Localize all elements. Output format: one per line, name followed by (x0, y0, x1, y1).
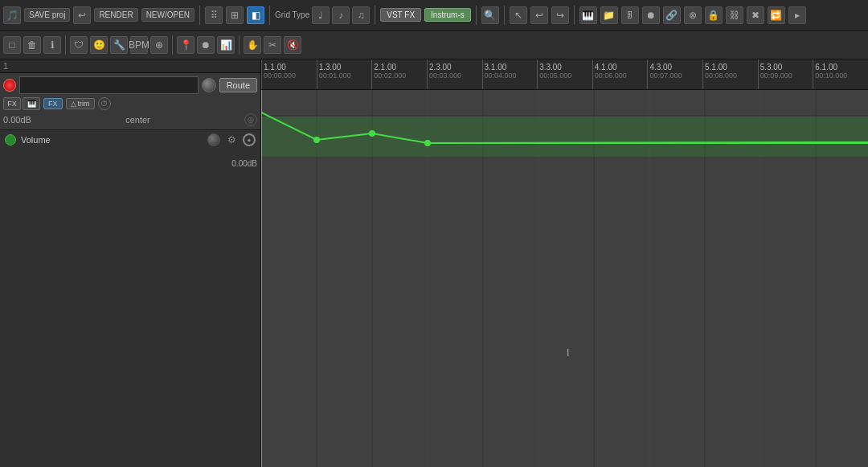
link-icon[interactable]: 🔗 (663, 6, 681, 24)
ruler-mark-2: 2.1.0000:02.000 (371, 59, 427, 89)
redo-icon[interactable]: ↪ (551, 6, 569, 24)
automation-db-overlay: 0.00dB (231, 159, 257, 168)
ruler-mark-9: 5.3.0000:09.000 (758, 59, 813, 89)
track-background (261, 90, 868, 467)
left-panel-bottom: 0.00dB (0, 150, 260, 467)
ruler-sub-label-6: 00:06.000 (593, 72, 628, 80)
detach-icon[interactable]: ⊗ (684, 6, 702, 24)
ruler-sub-label-2: 00:02.000 (372, 72, 407, 80)
levels-icon[interactable]: 📊 (217, 36, 235, 54)
record2-icon[interactable]: ⏺ (642, 6, 660, 24)
ruler-sub-label-7: 00:07.000 (648, 72, 683, 80)
render-button[interactable]: RENDER (94, 8, 137, 22)
channel-top-row: Route (3, 76, 257, 94)
grid-type-label: Grid Type (275, 10, 309, 19)
ruler-mark-10: 6.1.0000:10.000 (813, 59, 868, 89)
separator-7 (65, 35, 66, 55)
ruler-main-label-8: 5.1.00 (703, 61, 729, 72)
ruler-sub-label-4: 00:04.000 (483, 72, 518, 80)
record-dot-icon: ● (248, 137, 252, 144)
channel-volume-knob[interactable] (202, 78, 216, 92)
note-icon-1[interactable]: ♩ (312, 6, 330, 24)
channel-strip: Route FX 🎹 FX △ trim ⏱ 0.00dB center ◎ (0, 73, 260, 130)
record3-icon[interactable]: ⏺ (197, 36, 215, 54)
cursor-tool-icon[interactable]: ↖ (510, 6, 527, 24)
automation-knob[interactable] (207, 133, 220, 146)
midi-button[interactable]: 🎹 (23, 97, 40, 110)
hand-icon[interactable]: ✋ (244, 36, 261, 54)
zoom-icon[interactable]: 🔍 (481, 6, 499, 24)
save-proj-button[interactable]: SAVE proj (24, 8, 70, 22)
trim-arrow-icon: △ (71, 100, 76, 108)
ruler-main-label-7: 4.3.00 (648, 61, 674, 72)
mixer-icon[interactable]: 🎚 (621, 6, 639, 24)
playlist-icon[interactable]: ◧ (247, 6, 264, 24)
bpm-icon[interactable]: BPM (130, 36, 148, 54)
automation-power-button[interactable] (5, 134, 16, 145)
wrench-icon[interactable]: 🔧 (110, 36, 128, 54)
channel-name-input[interactable] (19, 76, 199, 94)
info-icon[interactable]: ℹ (43, 36, 61, 54)
ruler-mark-7: 4.3.0000:07.000 (647, 59, 702, 89)
channel-power-button[interactable] (3, 79, 16, 92)
vst-fx-button[interactable]: VST FX (380, 8, 421, 22)
separator-6 (574, 6, 575, 25)
loop-icon[interactable]: 🔁 (768, 6, 785, 24)
ruler-main-label-9: 5.3.00 (759, 61, 784, 72)
browser-icon[interactable]: 📁 (600, 6, 618, 24)
ruler-main-label-3: 2.3.00 (428, 61, 453, 72)
left-panel: 1 Route FX 🎹 FX △ trim ⏱ (0, 59, 261, 467)
fx-button[interactable]: FX (43, 98, 63, 109)
second-toolbar: □ 🗑 ℹ 🛡 🙂 🔧 BPM ⊕ 📍 ⏺ 📊 ✋ ✂ 🔇 (0, 31, 868, 59)
route-circle-icon[interactable]: ◎ (244, 113, 257, 126)
mute-button[interactable]: FX (3, 97, 21, 110)
fx2-icon[interactable]: ⊕ (150, 36, 168, 54)
track-content[interactable]: I (261, 90, 868, 467)
timeline-area: 1.1.0000:00.0001.3.0000:01.0002.1.0000:0… (261, 59, 868, 467)
automation-record-button[interactable]: ● (243, 133, 256, 146)
face-icon[interactable]: 🙂 (90, 36, 108, 54)
ruler-mark-3: 2.3.0000:03.000 (427, 59, 482, 89)
route-button[interactable]: Route (219, 78, 257, 92)
scissor-icon[interactable]: ✂ (264, 36, 281, 54)
timeline-ruler: 1.1.0000:00.0001.3.0000:01.0002.1.0000:0… (261, 59, 868, 90)
step-icon[interactable]: ⊞ (226, 6, 244, 24)
fl-logo-icon[interactable]: 🎵 (3, 6, 21, 24)
chain-icon[interactable]: ⛓ (726, 6, 743, 24)
needle-icon[interactable]: 📍 (177, 36, 194, 54)
automation-gear-icon[interactable]: ⚙ (225, 133, 238, 146)
trim-button[interactable]: △ trim (66, 98, 95, 109)
channel-controls-row: FX 🎹 FX △ trim ⏱ (3, 97, 257, 110)
ruler-sub-label-9: 00:09.000 (759, 72, 794, 80)
db-value-label: 0.00dB (3, 115, 31, 125)
mute2-icon[interactable]: 🔇 (284, 36, 301, 54)
x-icon[interactable]: ✖ (747, 6, 764, 24)
undo-icon[interactable]: ↩ (73, 6, 91, 24)
note-icon-3[interactable]: ♫ (352, 6, 370, 24)
pattern-icon[interactable]: ⠿ (205, 6, 223, 24)
new-open-button[interactable]: NEW/OPEN (141, 8, 194, 22)
grid-type-area: Grid Type ♩ ♪ ♫ (275, 6, 370, 24)
ruler-sub-label-1: 00:01.000 (317, 72, 353, 80)
lock-icon[interactable]: 🔒 (705, 6, 723, 24)
channel-clock-icon[interactable]: ⏱ (98, 97, 111, 110)
piano-icon[interactable]: 🎹 (579, 6, 597, 24)
separator-5 (504, 6, 505, 25)
ruler-mark-0: 1.1.0000:00.000 (261, 59, 317, 89)
ruler-sub-label-3: 00:03.000 (428, 72, 463, 80)
delete-icon[interactable]: 🗑 (23, 36, 41, 54)
instrum-s-button[interactable]: Instrum-s (424, 8, 471, 22)
more-icon[interactable]: ▸ (788, 6, 806, 24)
ruler-main-label-0: 1.1.00 (262, 61, 288, 72)
ruler-sub-label-0: 00:00.000 (262, 72, 297, 80)
main-area: 1 Route FX 🎹 FX △ trim ⏱ (0, 59, 868, 467)
ruler-mark-5: 3.3.0000:05.000 (537, 59, 592, 89)
shield-icon[interactable]: 🛡 (70, 36, 88, 54)
undo2-icon[interactable]: ↩ (530, 6, 548, 24)
toggle-panel-icon[interactable]: □ (3, 36, 21, 54)
separator-2 (269, 6, 270, 25)
note-icon-2[interactable]: ♪ (332, 6, 350, 24)
separator-9 (239, 35, 240, 55)
text-cursor[interactable]: I (567, 347, 569, 358)
ruler-mark-8: 5.1.0000:08.000 (702, 59, 758, 89)
